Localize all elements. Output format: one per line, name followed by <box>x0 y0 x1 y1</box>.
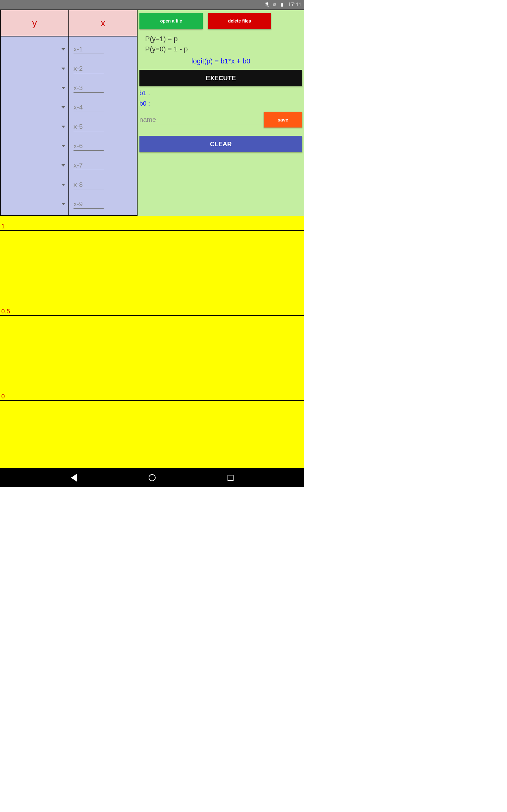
column-header-x: x <box>69 9 137 37</box>
y-dropdown[interactable] <box>1 194 68 214</box>
y-tick-label: 0 <box>1 393 5 400</box>
file-buttons: open a file delete files <box>139 13 302 29</box>
no-sim-icon <box>272 2 277 8</box>
table-row <box>69 194 137 214</box>
x-input[interactable] <box>73 161 104 170</box>
table-row <box>69 175 137 194</box>
chevron-down-icon <box>61 184 65 186</box>
execute-button[interactable]: EXECUTE <box>139 70 302 86</box>
clear-button[interactable]: CLEAR <box>139 136 302 152</box>
home-icon <box>149 474 156 481</box>
status-bar: 17:11 <box>0 0 304 9</box>
control-pane: open a file delete files P(y=1) = p P(y=… <box>137 9 304 216</box>
chevron-down-icon <box>61 125 65 128</box>
table-row <box>69 117 137 136</box>
formula-p0: P(y=0) = 1 - p <box>145 45 302 53</box>
table-row <box>69 156 137 175</box>
y-dropdown[interactable] <box>1 78 68 98</box>
x-column <box>69 37 137 216</box>
x-input[interactable] <box>73 142 104 151</box>
x-input[interactable] <box>73 84 104 93</box>
y-dropdown[interactable] <box>1 40 68 59</box>
table-header: y x <box>0 9 137 37</box>
table-body <box>0 37 137 216</box>
delete-files-button[interactable]: delete files <box>208 13 271 29</box>
table-row <box>69 98 137 117</box>
y-dropdown[interactable] <box>1 117 68 136</box>
y-dropdown[interactable] <box>1 59 68 78</box>
x-input[interactable] <box>73 180 104 189</box>
chevron-down-icon <box>61 87 65 89</box>
status-time: 17:11 <box>288 2 302 8</box>
y-dropdown[interactable] <box>1 98 68 117</box>
navigation-bar <box>0 468 304 487</box>
name-input[interactable] <box>139 114 260 125</box>
y-tick-label: 0.5 <box>1 308 10 315</box>
b1-output: b1 : <box>139 90 302 97</box>
x-input[interactable] <box>73 103 104 112</box>
save-button[interactable]: save <box>264 112 302 128</box>
home-button[interactable] <box>148 473 157 482</box>
b0-output: b0 : <box>139 100 302 107</box>
mute-icon <box>264 2 270 8</box>
chevron-down-icon <box>61 67 65 70</box>
work-area: y x <box>0 9 304 216</box>
data-table: y x <box>0 9 137 216</box>
table-row <box>69 136 137 156</box>
x-input[interactable] <box>73 64 104 73</box>
logit-formula: logit(p) = b1*x + b0 <box>139 57 302 65</box>
chart-area: 1 0.5 0 <box>0 216 304 468</box>
chevron-down-icon <box>61 106 65 108</box>
y-tick-label: 1 <box>1 223 5 230</box>
y-column <box>0 37 69 216</box>
recent-button[interactable] <box>226 473 235 482</box>
table-row <box>69 78 137 98</box>
y-dropdown[interactable] <box>1 156 68 175</box>
table-row <box>69 40 137 59</box>
recent-icon <box>228 475 233 481</box>
chevron-down-icon <box>61 48 65 50</box>
grid-line <box>0 400 304 401</box>
x-input[interactable] <box>73 122 104 131</box>
grid-line <box>0 315 304 316</box>
grid-line <box>0 230 304 231</box>
x-input[interactable] <box>73 45 104 54</box>
open-file-button[interactable]: open a file <box>139 13 203 29</box>
x-input[interactable] <box>73 200 104 209</box>
chevron-down-icon <box>61 145 65 147</box>
chevron-down-icon <box>61 164 65 166</box>
formula-p1: P(y=1) = p <box>145 35 302 43</box>
back-icon <box>71 474 77 481</box>
chevron-down-icon <box>61 203 65 205</box>
column-header-y: y <box>0 9 69 37</box>
back-button[interactable] <box>69 473 78 482</box>
battery-icon <box>279 2 285 8</box>
y-dropdown[interactable] <box>1 136 68 156</box>
save-row: save <box>139 112 302 128</box>
y-dropdown[interactable] <box>1 175 68 194</box>
table-row <box>69 59 137 78</box>
